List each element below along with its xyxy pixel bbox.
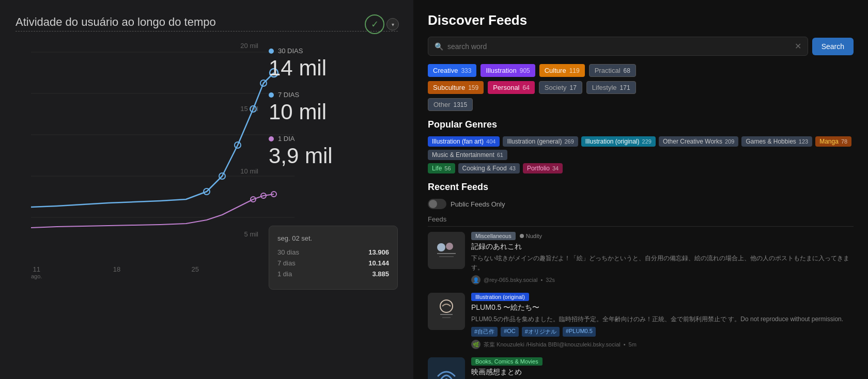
legend-dot-1dia [269, 136, 274, 141]
tag-illustration[interactable]: Illustration 905 [481, 64, 535, 77]
tag-other-label: Other [433, 101, 451, 108]
tag-society[interactable]: Society 17 [539, 81, 582, 94]
search-input[interactable] [447, 42, 795, 51]
feed-thumb-1 [428, 293, 465, 330]
legend-label-30dias: 30 DIAS [278, 47, 303, 55]
check-icon[interactable]: ✓ [365, 14, 384, 34]
categories-row-3: Other 1315 [428, 98, 854, 111]
feed-card-0[interactable]: Miscellaneous Nudity 記録のあれこれ 下らない呟きがメインの… [428, 232, 854, 285]
genre-tag-games[interactable]: Games & Hobbies 123 [741, 136, 812, 147]
x-label-18: 18 [113, 265, 120, 273]
feeds-label: Feeds [428, 215, 854, 227]
feed-tag-1-2[interactable]: #オリジナル [522, 327, 560, 337]
search-button[interactable]: Search [812, 38, 854, 55]
tag-other[interactable]: Other 1315 [428, 98, 473, 111]
legend-label-7dias: 7 DIAS [278, 91, 299, 99]
genre-count-games: 123 [799, 138, 808, 145]
x-label-11: 11 [31, 265, 42, 273]
svg-point-16 [446, 243, 453, 250]
tag-culture-count: 119 [569, 67, 580, 74]
popular-genres-title: Popular Genres [428, 119, 854, 130]
tag-lifestyle[interactable]: Lifestyle 171 [586, 81, 636, 94]
dropdown-arrow-icon[interactable]: ▾ [386, 18, 399, 30]
x-label-25: 25 [191, 265, 198, 273]
feed-desc-1: PLUM0.5の作品を集めました。臨時招待予定。全年齢向けのみ！正統、金で前制利… [471, 314, 854, 324]
genre-count-music: 61 [497, 152, 503, 158]
genre-tags: Illustration (fan art) 404 Illustration … [428, 136, 854, 173]
genre-tag-life[interactable]: Life 56 [428, 163, 455, 173]
feed-title-2: 映画感想まとめ [471, 368, 854, 377]
tag-creative[interactable]: Creative 333 [428, 64, 476, 77]
genre-tag-cooking[interactable]: Cooking & Food 43 [458, 163, 520, 173]
tag-creative-label: Creative [433, 67, 458, 74]
categories-section: Creative 333 Illustration 905 Culture 11… [428, 64, 854, 111]
tag-practical-count: 68 [624, 67, 630, 74]
chart-title-underline [16, 31, 398, 31]
categories-row-1: Creative 333 Illustration 905 Culture 11… [428, 64, 854, 77]
feed-badge-0: Miscellaneous [471, 232, 516, 240]
feed-avatar-0: 👤 [471, 275, 481, 285]
feed-separator-0: • [541, 277, 543, 283]
genre-label-life: Life [432, 165, 442, 172]
genre-tag-creative[interactable]: Other Creative Works 209 [659, 136, 739, 147]
svg-rect-14 [428, 232, 465, 269]
feed-badge-row-1: Illustration (original) [471, 293, 854, 301]
tag-subculture[interactable]: Subculture 159 [428, 81, 484, 94]
search-clear-icon[interactable]: ✕ [795, 41, 801, 51]
tooltip-key-1dia: 1 dia [277, 270, 292, 278]
genre-count-life: 56 [444, 165, 451, 171]
tag-personal[interactable]: Personal 64 [488, 81, 535, 94]
legend-value-1dia: 3,9 mil [269, 144, 398, 168]
public-feeds-toggle[interactable] [428, 199, 446, 209]
feed-content-1: Illustration (original) PLUM0.5 〜絵たち〜 PL… [471, 293, 854, 349]
legend-panel: 30 DIAS 14 mil 7 DIAS 10 mil 1 DIA 3,9 m… [269, 42, 398, 186]
genre-label-general: Illustration (general) [507, 138, 562, 145]
tag-illustration-label: Illustration [486, 67, 516, 74]
tooltip-key-30dias: 30 dias [277, 248, 299, 256]
tag-subculture-count: 159 [468, 84, 478, 91]
tooltip-row-7dias: 7 dias 10.144 [277, 259, 389, 267]
genre-tag-portfolio[interactable]: Portfolio 34 [523, 163, 563, 173]
check-dropdown[interactable]: ✓ ▾ [365, 14, 399, 34]
feed-content-2: Books, Comics & Movies 映画感想まとめ 映画の感想ポストを… [471, 357, 854, 379]
tooltip-val-1dia: 3.885 [372, 270, 389, 278]
feed-tag-1-0[interactable]: #自己作 [471, 327, 498, 337]
feed-tag-1-1[interactable]: #OC [501, 327, 519, 337]
genre-label-cooking: Cooking & Food [462, 165, 507, 172]
genre-label-fanart: Illustration (fan art) [432, 138, 484, 145]
recent-feeds-title: Recent Feeds [428, 182, 488, 193]
feed-thumb-2 [428, 357, 465, 379]
feed-card-2[interactable]: Books, Comics & Movies 映画感想まとめ 映画の感想ポストを… [428, 357, 854, 379]
tooltip-row-30dias: 30 dias 13.906 [277, 248, 389, 256]
feed-tags-row-1: #自己作 #OC #オリジナル #PLUM0.5 [471, 327, 854, 337]
legend-value-30dias: 14 mil [269, 56, 398, 81]
tag-practical-label: Practical [595, 67, 621, 74]
feed-time-1: 5m [629, 341, 637, 348]
tooltip-row-1dia: 1 dia 3.885 [277, 270, 389, 278]
feed-avatar-1: 🌿 [471, 340, 481, 349]
genre-tag-music[interactable]: Music & Entertainment 61 [428, 150, 507, 160]
tag-other-count: 1315 [454, 101, 468, 108]
search-input-wrapper[interactable]: 🔍 ✕ [428, 37, 808, 56]
toggle-row: Public Feeds Only [428, 199, 854, 209]
tag-culture-label: Culture [545, 67, 566, 74]
genre-label-original: Illustration (original) [585, 138, 640, 145]
feed-thumb-svg-0 [428, 232, 465, 269]
discover-title: Discover Feeds [428, 12, 854, 28]
genre-tag-fanart[interactable]: Illustration (fan art) 404 [428, 136, 500, 147]
genre-row-2: Life 56 Cooking & Food 43 Portfolio 34 [428, 163, 854, 173]
genre-label-music: Music & Entertainment [432, 151, 494, 159]
genre-tag-original[interactable]: Illustration (original) 229 [581, 136, 656, 147]
tag-practical[interactable]: Practical 68 [589, 64, 636, 77]
nudity-badge-0: Nudity [520, 233, 542, 239]
tag-society-label: Society [545, 84, 567, 91]
genre-tag-manga[interactable]: Manga 78 [815, 136, 851, 147]
feed-card-1[interactable]: Illustration (original) PLUM0.5 〜絵たち〜 PL… [428, 293, 854, 349]
tag-culture[interactable]: Culture 119 [539, 64, 585, 77]
genre-count-portfolio: 34 [552, 165, 559, 171]
legend-value-7dias: 10 mil [269, 100, 398, 124]
legend-30dias: 30 DIAS 14 mil [269, 47, 398, 81]
tag-personal-count: 64 [523, 84, 530, 91]
genre-tag-general[interactable]: Illustration (general) 269 [503, 136, 578, 147]
feed-tag-1-3[interactable]: #PLUM0.5 [563, 327, 596, 337]
